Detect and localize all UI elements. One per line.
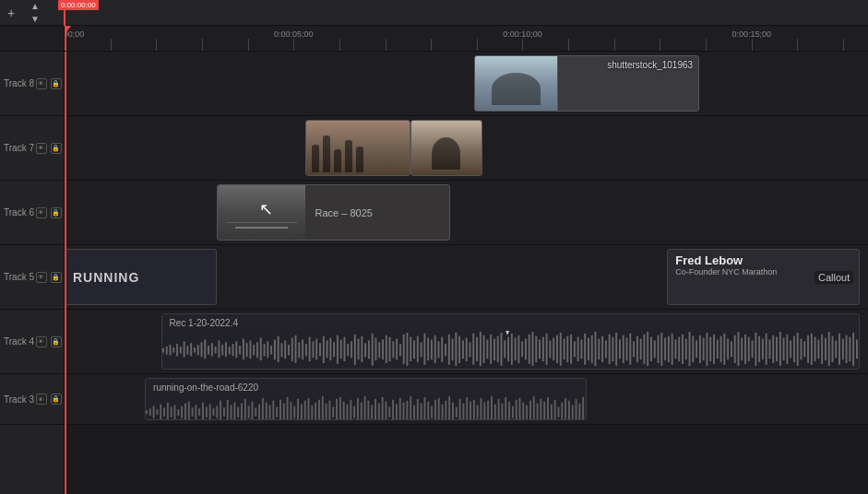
- svg-rect-152: [692, 336, 694, 362]
- svg-rect-98: [504, 340, 505, 358]
- track-7-eye[interactable]: 👁: [36, 143, 47, 154]
- track-7-lock[interactable]: 🔒: [51, 143, 62, 154]
- svg-rect-182: [796, 333, 798, 366]
- svg-rect-177: [779, 332, 780, 366]
- svg-rect-158: [713, 335, 715, 364]
- svg-rect-193: [835, 340, 837, 358]
- svg-rect-222: [220, 401, 221, 420]
- svg-rect-56: [357, 339, 359, 360]
- clip-track7-video2[interactable]: [410, 120, 482, 176]
- svg-rect-235: [266, 403, 268, 420]
- track-4-lock[interactable]: 🔒: [51, 336, 62, 347]
- clip-track8-video[interactable]: shutterstock_101963: [474, 55, 699, 112]
- svg-rect-40: [302, 339, 303, 359]
- track-8-lock[interactable]: 🔒: [51, 78, 62, 89]
- svg-rect-230: [248, 406, 250, 418]
- svg-rect-264: [368, 401, 370, 420]
- track-4-eye[interactable]: 👁: [36, 336, 47, 347]
- svg-rect-28: [259, 338, 261, 361]
- track-up-button[interactable]: ▲: [24, 0, 46, 13]
- svg-rect-247: [308, 398, 310, 420]
- track-8-eye[interactable]: 👁: [36, 78, 47, 89]
- svg-rect-145: [667, 336, 669, 362]
- track-3-lock[interactable]: 🔒: [51, 394, 62, 405]
- svg-rect-192: [831, 336, 833, 362]
- svg-rect-65: [388, 337, 390, 361]
- svg-rect-67: [396, 339, 398, 360]
- svg-rect-325: [582, 397, 584, 420]
- svg-rect-32: [273, 339, 275, 359]
- ruler-time-10: 0:00:10;00: [503, 29, 542, 39]
- svg-rect-110: [545, 334, 547, 365]
- svg-rect-140: [650, 337, 652, 361]
- track-label-6: Track 6 👁 🔒: [0, 181, 64, 245]
- clip-track5-text[interactable]: RUNNING: [65, 249, 217, 305]
- svg-rect-178: [782, 338, 784, 361]
- add-button[interactable]: +: [0, 2, 22, 24]
- svg-rect-223: [223, 407, 225, 417]
- svg-rect-283: [434, 400, 436, 420]
- svg-rect-191: [827, 332, 829, 366]
- track-6-lock[interactable]: 🔒: [51, 207, 62, 218]
- svg-rect-144: [664, 338, 666, 361]
- track-down-button[interactable]: ▼: [24, 13, 46, 26]
- svg-rect-180: [790, 340, 791, 358]
- svg-rect-29: [263, 344, 265, 356]
- track-5-lock[interactable]: 🔒: [51, 272, 62, 283]
- svg-rect-112: [553, 338, 554, 361]
- clip-track7-video1[interactable]: [305, 120, 410, 176]
- track-row-4: Rec 1-20-2022.4: [65, 310, 868, 374]
- svg-rect-280: [424, 397, 426, 420]
- waveform-track4: [162, 331, 860, 366]
- svg-rect-214: [192, 407, 194, 417]
- svg-rect-186: [810, 334, 812, 365]
- svg-rect-173: [765, 334, 767, 365]
- svg-rect-69: [402, 335, 404, 364]
- svg-rect-202: [149, 408, 151, 416]
- svg-rect-27: [256, 342, 258, 358]
- svg-rect-3: [172, 347, 174, 353]
- svg-rect-59: [367, 340, 369, 359]
- track-5-eye[interactable]: 👁: [36, 272, 47, 283]
- svg-rect-106: [531, 332, 533, 366]
- svg-rect-237: [272, 401, 274, 420]
- tracks-scroll: shutterstock_101963: [65, 52, 868, 494]
- clip-track4-audio[interactable]: Rec 1-20-2022.4: [161, 313, 861, 370]
- svg-rect-0: [162, 348, 164, 353]
- svg-rect-6: [183, 341, 184, 357]
- svg-rect-148: [678, 337, 680, 361]
- svg-rect-206: [163, 407, 165, 417]
- ruler[interactable]: 0:00:00;00 0:00:05;00 0:00:10;00 0:00:15…: [65, 26, 868, 52]
- svg-rect-174: [768, 339, 770, 359]
- svg-rect-86: [461, 340, 463, 359]
- clip-track6-race[interactable]: Race – 8025 ↖: [217, 184, 450, 241]
- svg-rect-211: [181, 406, 183, 418]
- svg-rect-74: [420, 342, 422, 357]
- svg-rect-301: [498, 399, 500, 420]
- svg-rect-133: [625, 338, 627, 361]
- svg-rect-48: [329, 338, 331, 361]
- svg-rect-90: [476, 337, 478, 361]
- svg-rect-147: [674, 339, 676, 359]
- svg-rect-322: [572, 405, 574, 418]
- svg-rect-303: [505, 397, 506, 420]
- svg-rect-216: [198, 408, 200, 416]
- svg-rect-265: [371, 405, 373, 418]
- svg-rect-109: [541, 337, 543, 361]
- svg-rect-293: [470, 402, 471, 420]
- svg-rect-281: [427, 402, 429, 420]
- svg-rect-249: [315, 403, 316, 420]
- svg-rect-167: [744, 335, 746, 364]
- track-3-eye[interactable]: 👁: [36, 394, 47, 405]
- svg-rect-168: [747, 337, 749, 361]
- track-6-eye[interactable]: 👁: [36, 207, 47, 218]
- svg-rect-71: [410, 337, 411, 361]
- svg-rect-85: [458, 336, 460, 363]
- svg-rect-155: [702, 338, 704, 361]
- clip-track5-lower-third[interactable]: Fred Lebow Co-Founder NYC Marathon Callo…: [667, 249, 860, 305]
- svg-rect-60: [371, 334, 373, 366]
- svg-rect-101: [514, 338, 516, 361]
- svg-rect-324: [579, 404, 581, 420]
- svg-rect-321: [568, 401, 570, 420]
- clip-track3-audio[interactable]: running-on-the-road-6220: [145, 378, 587, 420]
